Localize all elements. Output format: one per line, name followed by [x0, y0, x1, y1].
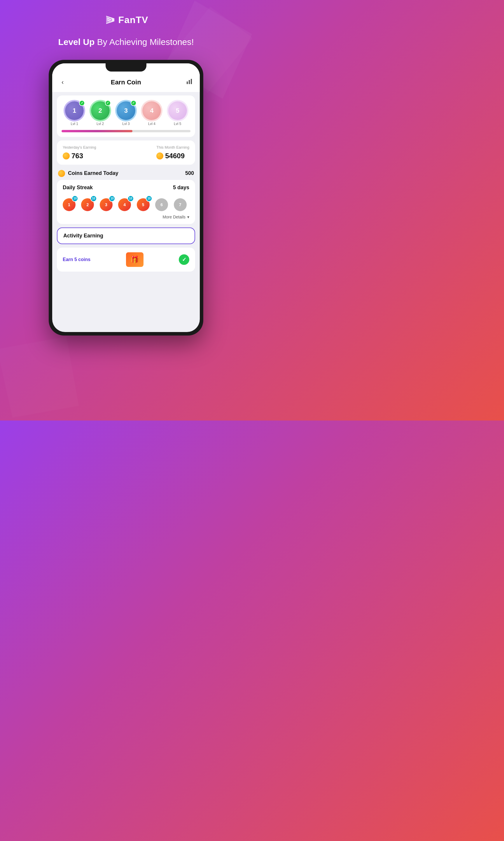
- headline-bold: Level Up: [58, 37, 94, 47]
- month-value: 54609: [165, 152, 185, 160]
- month-earnings: This Month Earning 54609: [156, 145, 189, 160]
- chart-icon[interactable]: [186, 78, 193, 87]
- coin-icon-today: [58, 170, 65, 177]
- month-value-row: 54609: [156, 152, 189, 160]
- levels-card: 1 ✓ Lvl 1 2 ✓ Lvl 2: [57, 96, 195, 137]
- coins-today-label: Coins Earned Today: [68, 170, 119, 176]
- headline-rest: By Achieving Milestones!: [94, 37, 194, 47]
- coin-icon-month: [156, 152, 163, 159]
- bg-decor-bottom: [0, 333, 82, 420]
- level-label-1: Lvl 1: [71, 122, 78, 126]
- earn5-card[interactable]: Earn 5 coins 🎁 ✓: [57, 247, 195, 272]
- yesterday-earnings: Yesterday's Earning 763: [63, 145, 96, 160]
- level-label-5: Lvl 5: [174, 122, 181, 126]
- level-item-2: 2 ✓ Lvl 2: [91, 101, 110, 126]
- phone-screen: ‹ Earn Coin 1: [52, 63, 200, 332]
- streak-day-7: 7: [174, 195, 189, 211]
- yesterday-value: 763: [71, 152, 83, 160]
- earn5-check: ✓: [179, 254, 189, 265]
- app-inner: ‹ Earn Coin 1: [52, 63, 200, 272]
- streak-day-2: 2 10: [81, 195, 96, 211]
- svg-rect-7: [187, 82, 188, 84]
- coins-today-row: Coins Earned Today 500: [52, 168, 200, 180]
- fantv-logo-icon: [104, 14, 115, 26]
- back-button[interactable]: ‹: [59, 78, 66, 87]
- month-label: This Month Earning: [156, 145, 189, 150]
- coins-today-left: Coins Earned Today: [58, 170, 119, 177]
- streak-day-3: 3 10: [100, 195, 115, 211]
- badge-4: 4: [142, 101, 161, 120]
- level-item-4: 4 Lvl 4: [142, 101, 161, 126]
- streak-day-4: 4 10: [118, 195, 133, 211]
- svg-rect-9: [191, 79, 192, 84]
- chevron-down-icon: ▾: [187, 214, 189, 219]
- headline: Level Up By Achieving Milestones!: [40, 36, 211, 48]
- earnings-card: Yesterday's Earning 763 This Month Earni…: [57, 140, 195, 165]
- logo: FanTV: [104, 14, 148, 26]
- badge-3: 3 ✓: [117, 101, 135, 120]
- level-item-3: 3 ✓ Lvl 3: [117, 101, 135, 126]
- badge-5: 5: [168, 101, 187, 120]
- streak-day-5: 5 10: [137, 195, 152, 211]
- svg-rect-8: [189, 80, 190, 84]
- streak-header: Daily Streak 5 days: [63, 185, 189, 191]
- level-label-4: Lvl 4: [148, 122, 156, 126]
- badge-2: 2 ✓: [91, 101, 110, 120]
- svg-marker-2: [0, 333, 82, 420]
- level-label-2: Lvl 2: [96, 122, 104, 126]
- check-1: ✓: [79, 100, 85, 106]
- badge-1: 1 ✓: [65, 101, 84, 120]
- activity-earning-card[interactable]: Activity Earning: [57, 227, 195, 244]
- level-item-1: 1 ✓ Lvl 1: [65, 101, 84, 126]
- earn5-image: 🎁: [126, 252, 144, 267]
- coins-today-value: 500: [185, 170, 194, 176]
- logo-text: FanTV: [119, 15, 148, 25]
- coin-icon-yesterday: [63, 152, 70, 159]
- level-item-5: 5 Lvl 5: [168, 101, 187, 126]
- header: FanTV Level Up By Achieving Milestones!: [0, 0, 252, 48]
- streak-days: 5 days: [173, 185, 189, 191]
- yesterday-label: Yesterday's Earning: [63, 145, 96, 150]
- phone-mockup: ‹ Earn Coin 1: [49, 60, 203, 336]
- check-2: ✓: [105, 100, 111, 106]
- more-details-button[interactable]: More Details ▾: [63, 214, 189, 219]
- check-3: ✓: [131, 100, 137, 106]
- streak-circles: 1 10 2 10 3 10: [63, 195, 189, 211]
- earn5-text: Earn 5 coins: [63, 257, 90, 262]
- phone-wrapper: ‹ Earn Coin 1: [0, 60, 252, 336]
- progress-fill: [61, 130, 132, 132]
- streak-card: Daily Streak 5 days 1 10 2 10: [57, 180, 195, 224]
- activity-title: Activity Earning: [63, 233, 103, 239]
- more-details-label: More Details: [162, 214, 185, 219]
- levels-row: 1 ✓ Lvl 1 2 ✓ Lvl 2: [61, 101, 191, 126]
- streak-day-1: 1 10: [63, 195, 78, 211]
- screen-title: Earn Coin: [111, 79, 141, 86]
- streak-day-6: 6: [155, 195, 170, 211]
- streak-title: Daily Streak: [63, 185, 93, 191]
- yesterday-value-row: 763: [63, 152, 96, 160]
- progress-track: [61, 130, 191, 132]
- phone-notch: [106, 63, 146, 71]
- level-label-3: Lvl 3: [122, 122, 129, 126]
